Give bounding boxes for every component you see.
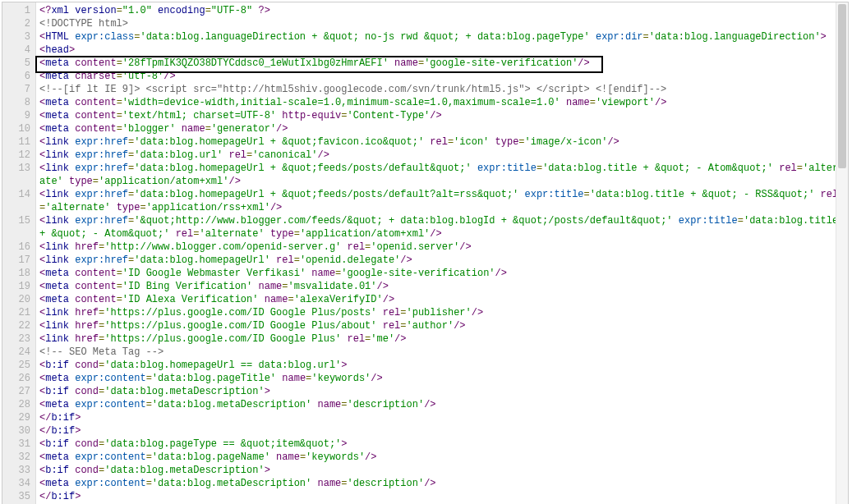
line-number: 23 [6,332,30,346]
line-number: 35 [6,490,30,503]
code-line[interactable]: <link expr:href='&quot;http://www.blogge… [39,214,845,241]
line-number: 14 [6,188,30,201]
code-line[interactable]: <link href='http://www.blogger.com/openi… [39,241,845,254]
line-number: 5 [6,57,30,70]
code-line[interactable]: <link expr:href='data:blog.homepageUrl +… [39,162,845,188]
code-line[interactable]: <meta charset='utf-8'/> [39,70,845,83]
code-line[interactable]: <meta content='ID Google Webmaster Verfi… [39,267,845,280]
line-number: 27 [6,385,30,398]
line-number: 10 [6,122,30,135]
code-line[interactable]: <link expr:href='data:blog.homepageUrl +… [39,188,845,214]
line-number: 33 [6,464,30,477]
code-line[interactable]: <meta content='blogger' name='generator'… [39,122,845,135]
code-line[interactable]: <meta content='text/html; charset=UTF-8'… [39,109,845,122]
code-line[interactable]: <HTML expr:class='data:blog.languageDire… [39,30,845,44]
line-number: 12 [6,149,30,162]
code-area[interactable]: <?xml version="1.0" encoding="UTF-8" ?><… [36,2,848,504]
code-line[interactable]: <b:if cond='data:blog.homepageUrl == dat… [39,359,845,372]
code-line[interactable]: <meta expr:content='data:blog.pageTitle'… [39,372,845,385]
code-line[interactable]: <b:if cond='data:blog.pageType == &quot;… [39,438,845,451]
line-number: 31 [6,438,30,451]
code-line[interactable]: <b:if cond='data:blog.metaDescription'> [39,464,845,477]
code-line[interactable]: <meta content='ID Bing Verification' nam… [39,280,845,293]
line-number: 3 [6,30,30,44]
code-line[interactable]: <link expr:href='data:blog.homepageUrl' … [39,254,845,267]
line-number: 25 [6,359,30,372]
line-number-continuation [6,227,30,241]
line-number: 17 [6,254,30,267]
code-editor[interactable]: 1234567891011121314151617181920212223242… [2,2,849,504]
line-number: 19 [6,280,30,293]
line-number: 11 [6,135,30,149]
line-number: 9 [6,109,30,122]
line-number: 18 [6,267,30,280]
code-line[interactable]: <meta content='ID Alexa Verification' na… [39,293,845,306]
code-line[interactable]: <meta expr:content='data:blog.metaDescri… [39,398,845,411]
line-number: 26 [6,372,30,385]
line-number-continuation [6,201,30,214]
code-line[interactable]: <b:if cond='data:blog.metaDescription'> [39,385,845,398]
line-number: 34 [6,477,30,490]
line-number: 7 [6,83,30,96]
line-number: 13 [6,162,30,175]
line-number: 22 [6,319,30,332]
line-number: 24 [6,346,30,359]
code-line[interactable]: <head> [39,44,845,57]
code-line[interactable]: <!DOCTYPE html> [39,17,845,30]
code-line[interactable]: <link expr:href='data:blog.homepageUrl +… [39,135,845,149]
code-line[interactable]: <meta expr:content='data:blog.metaDescri… [39,477,845,490]
code-line[interactable]: <link href='https://plus.google.com/ID G… [39,332,845,346]
line-number: 15 [6,214,30,227]
line-number: 1 [6,4,30,17]
code-line[interactable]: <?xml version="1.0" encoding="UTF-8" ?> [39,4,845,17]
line-number: 30 [6,424,30,438]
code-line[interactable]: <!-- SEO Meta Tag --> [39,346,845,359]
line-number: 16 [6,241,30,254]
scrollbar-thumb[interactable] [838,4,846,168]
code-line[interactable]: <meta content='28fTpmIK3QZO38DTYCddsc0_1… [39,57,845,70]
line-number: 32 [6,451,30,464]
code-line[interactable]: </b:if> [39,424,845,438]
code-line[interactable]: <link href='https://plus.google.com/ID G… [39,319,845,332]
code-line[interactable]: <meta content='width=device-width,initia… [39,96,845,109]
line-number: 6 [6,70,30,83]
line-number-continuation [6,175,30,188]
code-line[interactable]: <link href='https://plus.google.com/ID G… [39,306,845,319]
line-number-gutter: 1234567891011121314151617181920212223242… [2,2,36,504]
line-number: 29 [6,411,30,424]
code-line[interactable]: </b:if> [39,490,845,503]
line-number: 4 [6,44,30,57]
line-number: 20 [6,293,30,306]
code-line[interactable]: <meta expr:content='data:blog.pageName' … [39,451,845,464]
code-line[interactable]: </b:if> [39,411,845,424]
line-number: 2 [6,17,30,30]
code-line[interactable]: <link expr:href='data:blog.url' rel='can… [39,149,845,162]
line-number: 21 [6,306,30,319]
line-number: 8 [6,96,30,109]
line-number: 28 [6,398,30,411]
code-line[interactable]: <!--[if lt IE 9]> <script src="http://ht… [39,83,845,96]
vertical-scrollbar[interactable] [836,2,848,504]
